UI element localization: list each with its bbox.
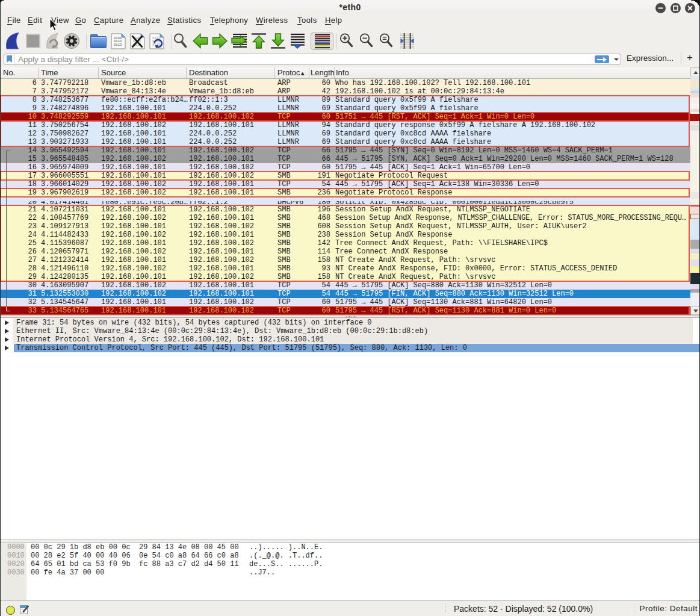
svg-text:0113: 0113 — [114, 43, 122, 47]
